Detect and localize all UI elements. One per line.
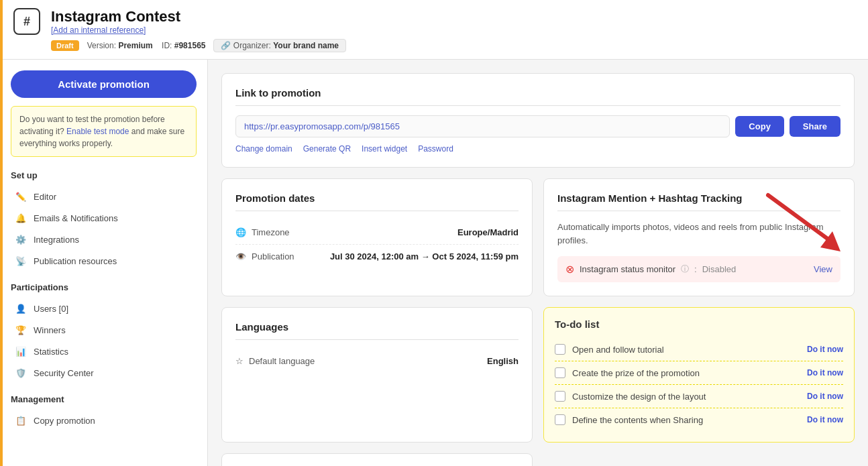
sidebar-item-label: Copy promotion <box>34 416 95 426</box>
link-actions: Change domain Generate QR Insert widget … <box>235 144 840 154</box>
person-icon: 👤 <box>15 302 27 314</box>
todo-item-left: Create the prize of the promotion <box>555 367 700 378</box>
error-icon: ⊗ <box>565 263 574 276</box>
todo-item-left: Define the contents when Sharing <box>555 414 703 425</box>
wifi-icon: 📡 <box>15 255 27 267</box>
sidebar-item-publication[interactable]: 📡 Publication resources <box>11 250 197 272</box>
content-area: Link to promotion https://pr.easypromosa… <box>208 60 868 466</box>
enable-test-mode-link[interactable]: Enable test mode <box>66 127 129 136</box>
promotion-url: https://pr.easypromosapp.com/p/981565 <box>235 115 730 137</box>
status-row: ⊗ Instagram status monitor ⓘ : Disabled … <box>557 256 840 282</box>
localization-card: Localization 🗺️ Countries of the promoti… <box>221 453 533 466</box>
instagram-title: Instagram Mention + Hashtag Tracking <box>557 192 840 211</box>
instagram-desc: Automatically imports photos, videos and… <box>557 221 840 247</box>
sidebar-item-label: Integrations <box>34 235 79 245</box>
sidebar-item-emails[interactable]: 🔔 Emails & Notifications <box>11 207 197 229</box>
setup-section-title: Set up <box>11 170 197 180</box>
todo-checkbox-tutorial[interactable] <box>555 344 565 355</box>
page-header: # Instagram Contest [Add an internal ref… <box>0 0 868 60</box>
shield-icon: 🛡️ <box>15 367 27 379</box>
change-domain-link[interactable]: Change domain <box>235 144 292 154</box>
todo-item-design: Customize the design of the layout Do it… <box>555 385 843 408</box>
do-it-now-prize[interactable]: Do it now <box>807 368 843 377</box>
page-title: Instagram Contest <box>51 8 855 25</box>
sidebar: Activate promotion Do you want to test t… <box>0 60 208 466</box>
copy-icon: 📋 <box>15 414 27 426</box>
management-section-title: Management <box>11 394 197 404</box>
sidebar-item-integrations[interactable]: ⚙️ Integrations <box>11 229 197 250</box>
todo-item-contents: Define the contents when Sharing Do it n… <box>555 408 843 431</box>
instagram-card: Instagram Mention + Hashtag Tracking Aut… <box>543 178 855 296</box>
sidebar-item-label: Emails & Notifications <box>34 213 118 223</box>
accent-border <box>0 0 3 466</box>
default-lang-label: ☆ Default language <box>235 356 315 366</box>
timezone-row: 🌐 Timezone Europe/Madrid <box>235 221 519 245</box>
link-row: https://pr.easypromosapp.com/p/981565 Co… <box>235 115 840 137</box>
default-language-row: ☆ Default language English <box>235 349 519 373</box>
test-mode-box: Do you want to test the promotion before… <box>11 106 197 157</box>
todo-checkbox-contents[interactable] <box>555 414 565 425</box>
sidebar-item-label: Winners <box>34 325 66 335</box>
sidebar-item-editor[interactable]: ✏️ Editor <box>11 186 197 207</box>
sidebar-item-label: Users [0] <box>34 304 68 314</box>
copy-button[interactable]: Copy <box>735 116 784 137</box>
todo-item-label: Create the prize of the promotion <box>572 368 700 378</box>
do-it-now-contents[interactable]: Do it now <box>807 415 843 424</box>
link-to-promotion-card: Link to promotion https://pr.easypromosa… <box>221 73 855 168</box>
publication-row: 👁️ Publication Jul 30 2024, 12:00 am → O… <box>235 245 519 268</box>
header-meta: Draft Version: Premium ID: #981565 🔗 Org… <box>51 39 855 52</box>
generate-qr-link[interactable]: Generate QR <box>303 144 351 154</box>
todo-item-label: Open and follow tutorial <box>572 345 664 355</box>
status-left: ⊗ Instagram status monitor ⓘ : Disabled <box>565 263 736 276</box>
todo-item-label: Define the contents when Sharing <box>572 415 703 425</box>
sidebar-item-winners[interactable]: 🏆 Winners <box>11 319 197 341</box>
publication-value: Jul 30 2024, 12:00 am → Oct 5 2024, 11:5… <box>330 251 519 261</box>
logo-char: # <box>23 15 30 29</box>
status-badge: Draft <box>51 40 79 51</box>
share-button[interactable]: Share <box>790 116 840 137</box>
password-link[interactable]: Password <box>418 144 453 154</box>
main-layout: Activate promotion Do you want to test t… <box>0 60 868 466</box>
bar-chart-icon: 📊 <box>15 345 27 357</box>
bell-icon: 🔔 <box>15 212 27 224</box>
view-link[interactable]: View <box>814 264 832 274</box>
activate-promotion-button[interactable]: Activate promotion <box>11 70 197 98</box>
promotion-dates-title: Promotion dates <box>235 192 519 211</box>
do-it-now-tutorial[interactable]: Do it now <box>807 345 843 354</box>
todo-item-left: Open and follow tutorial <box>555 344 664 355</box>
timezone-value: Europe/Madrid <box>457 227 519 237</box>
link-card-title: Link to promotion <box>235 87 840 106</box>
languages-card: Languages ☆ Default language English <box>221 307 533 443</box>
star-icon: ☆ <box>235 356 243 366</box>
pencil-icon: ✏️ <box>15 190 27 202</box>
todo-item-prize: Create the prize of the promotion Do it … <box>555 361 843 385</box>
promotion-dates-card: Promotion dates 🌐 Timezone Europe/Madrid… <box>221 178 533 296</box>
publication-label: 👁️ Publication <box>235 251 294 261</box>
layers-icon: ⚙️ <box>15 233 27 245</box>
todo-checkbox-design[interactable] <box>555 391 565 402</box>
status-monitor-label: Instagram status monitor <box>580 264 675 274</box>
todo-item-left: Customize the design of the layout <box>555 391 706 402</box>
sidebar-item-users[interactable]: 👤 Users [0] <box>11 298 197 319</box>
todo-checkbox-prize[interactable] <box>555 367 565 378</box>
header-info: Instagram Contest [Add an internal refer… <box>51 8 855 52</box>
content-grid: Promotion dates 🌐 Timezone Europe/Madrid… <box>221 178 855 466</box>
sidebar-item-copy[interactable]: 📋 Copy promotion <box>11 410 197 431</box>
sidebar-item-label: Publication resources <box>34 256 117 266</box>
eye-icon: 👁️ <box>235 251 246 261</box>
todo-title: To-do list <box>555 318 843 330</box>
insert-widget-link[interactable]: Insert widget <box>362 144 407 154</box>
participations-section-title: Participations <box>11 282 197 292</box>
version-info: Version: Premium ID: #981565 <box>87 41 206 50</box>
todo-item-label: Customize the design of the layout <box>572 392 706 402</box>
sidebar-item-label: Statistics <box>34 347 68 357</box>
sidebar-item-label: Editor <box>34 192 56 202</box>
sidebar-item-statistics[interactable]: 📊 Statistics <box>11 341 197 362</box>
info-icon[interactable]: ⓘ <box>681 264 689 275</box>
sidebar-item-security[interactable]: 🛡️ Security Center <box>11 362 197 384</box>
do-it-now-design[interactable]: Do it now <box>807 392 843 401</box>
organizer-info: 🔗 Organizer: Your brand name <box>213 39 346 52</box>
sidebar-item-label: Security Center <box>34 368 94 378</box>
internal-reference-link[interactable]: [Add an internal reference] <box>51 25 855 35</box>
app-logo: # <box>13 8 40 35</box>
